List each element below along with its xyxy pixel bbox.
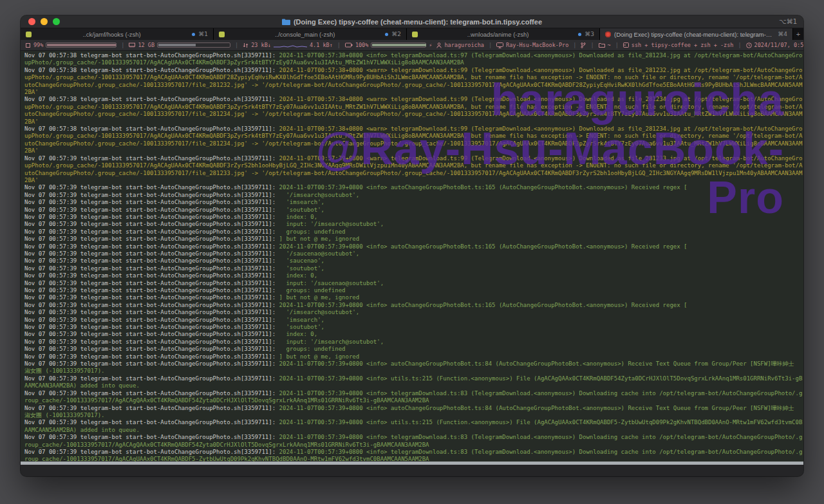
log-line: Nov 07 00:57:39 telegram-bot start-bot-A… — [24, 331, 800, 338]
log-line: utoChangeGroupPhoto/.group_cache/-100133… — [24, 140, 800, 147]
tab-jamf-hooks[interactable]: ..ck/jamf/hooks (-zsh) ⌘1 — [21, 28, 214, 40]
window-shortcut: ⌥⌘1 — [779, 15, 797, 28]
host-value: Ray-Hsu-MacBook-Pro — [506, 40, 568, 50]
log-line: upPhoto/.group_cache/-1001333957017/AgAC… — [24, 104, 800, 111]
log-line: upPhoto/.group_cache/-1001333957017/AgAC… — [24, 59, 800, 66]
git-status — [581, 42, 586, 48]
folder-icon — [282, 19, 290, 25]
log-line: Nov 07 00:57:39 telegram-bot start-bot-A… — [24, 199, 800, 206]
zsh-icon — [26, 32, 32, 37]
traffic-lights — [21, 18, 60, 25]
log-line: Nov 07 00:57:39 telegram-bot start-bot-A… — [24, 390, 800, 397]
log-line: Nov 07 00:57:39 telegram-bot start-bot-A… — [24, 375, 800, 382]
log-line: Nov 07 00:57:39 telegram-bot start-bot-A… — [24, 294, 800, 301]
log-line: Nov 07 00:57:39 telegram-bot start-bot-A… — [24, 405, 800, 412]
log-line: Nov 07 00:57:39 telegram-bot start-bot-A… — [24, 243, 800, 250]
log-line: utoChangeGroupPhoto/.group_cache/-100133… — [24, 170, 800, 177]
clock-status: 2024/11/07, 0:57:39 — [746, 40, 803, 50]
log-line: Nov 07 00:57:38 telegram-bot start-bot-A… — [24, 67, 800, 74]
tab-console-main[interactable]: ../console_main (-zsh) ⌘2 — [214, 28, 407, 40]
battery-value: 100% — [355, 40, 368, 50]
log-line: Nov 07 00:57:39 telegram-bot start-bot-A… — [24, 236, 800, 243]
log-line: Nov 07 00:57:39 telegram-bot start-bot-A… — [24, 155, 800, 162]
log-line: Nov 07 00:57:39 telegram-bot start-bot-A… — [24, 280, 800, 287]
session-value: ssh + tipsy-coffee + zsh + -zsh — [632, 40, 734, 50]
log-line: 2BA' — [24, 147, 800, 154]
log-line: 2BA' — [24, 118, 800, 126]
new-tab-button[interactable]: + — [793, 28, 803, 40]
user-icon — [436, 42, 442, 48]
log-line: Nov 07 00:57:39 telegram-bot start-bot-A… — [24, 419, 800, 426]
log-line: roup_cache/-1001333957017/AgACAgQAAx0CT4… — [24, 442, 800, 449]
log-line: AAMCAAN5AAM2BA) added into queue. — [24, 427, 800, 434]
separator: | — [489, 40, 492, 50]
log-line: Nov 07 00:57:39 telegram-bot start-bot-A… — [24, 449, 800, 456]
log-line: AAMCAAN3AAM2BA) added into queue. — [24, 382, 800, 389]
network-icon — [243, 42, 248, 48]
cpu-bar-fill — [47, 44, 116, 46]
separator: | — [590, 40, 594, 50]
log-line: Nov 07 00:57:39 telegram-bot start-bot-A… — [24, 229, 800, 236]
log-line: roup_cache/-1001333957017/AgACAgQAAx0CT4… — [24, 397, 800, 404]
log-line: Nov 07 00:57:38 telegram-bot start-bot-A… — [24, 52, 800, 59]
minimize-button[interactable] — [41, 18, 48, 25]
log-line: upPhoto/.group_cache/-1001333957017/AgAC… — [24, 74, 800, 81]
log-line: Nov 07 00:57:39 telegram-bot start-bot-A… — [24, 257, 800, 265]
log-line: upPhoto/.group_cache/-1001333957017/AgAC… — [24, 162, 800, 169]
charging-bolt-icon: ⚡ — [429, 40, 432, 50]
window-title-area: (Doing Exec) tipsy-coffee (cheat-menu-cl… — [21, 15, 803, 28]
log-line: Nov 07 00:57:39 telegram-bot start-bot-A… — [24, 214, 800, 221]
user-status: haraguroicha — [436, 40, 483, 50]
tab-bar: ..ck/jamf/hooks (-zsh) ⌘1 ../console_mai… — [21, 28, 803, 40]
clock-value: 2024/11/07, 0:57:39 — [754, 40, 803, 50]
status-bar: 99% | 12 GB | 23 kB↓ 4.1 kB↑ | 100% ⚡ ha… — [21, 40, 803, 51]
tab-label: ..wnloads/anime (-zsh) — [421, 31, 575, 38]
log-line: utoChangeGroupPhoto/.group_cache/-100133… — [24, 82, 800, 89]
separator: | — [573, 40, 576, 50]
log-line: Nov 07 00:57:39 telegram-bot start-bot-A… — [24, 265, 800, 272]
status-bar-right: haraguroicha | Ray-Hsu-MacBook-Pro | | ~… — [436, 40, 803, 50]
zsh-icon — [219, 32, 225, 37]
log-line: 2BA' — [24, 177, 800, 184]
separator: | — [121, 40, 124, 50]
separator: | — [337, 40, 341, 50]
log-line: Nov 07 00:57:39 telegram-bot start-bot-A… — [24, 250, 800, 257]
display-icon — [496, 42, 503, 48]
log-line: 2BA' — [24, 89, 800, 96]
memory-status: 12 GB — [129, 40, 230, 50]
cpu-value: 99% — [33, 40, 43, 50]
directory-value: ~ — [608, 40, 611, 50]
clock-icon — [746, 42, 752, 48]
tab-label: (Doing Exec) tipsy-coffee (cheat-menu-cl… — [614, 31, 774, 38]
log-line: Nov 07 00:57:39 telegram-bot start-bot-A… — [24, 360, 800, 368]
tab-shortcut: ⌘2 — [391, 31, 401, 37]
battery-bar-fill — [372, 44, 426, 46]
tab-downloads-anime[interactable]: ..wnloads/anime (-zsh) ⌘3 — [407, 28, 600, 40]
session-status: ssh + tipsy-coffee + zsh + -zsh — [623, 40, 734, 50]
tab-shortcut: ⌘4 — [778, 31, 787, 37]
network-status: 23 kB↓ 4.1 kB↑ — [243, 40, 333, 50]
directory-status: ~ — [599, 40, 611, 50]
separator: | — [738, 40, 741, 50]
title-bar[interactable]: (Doing Exec) tipsy-coffee (cheat-menu-cl… — [21, 15, 803, 28]
terminal-log: Nov 07 00:57:38 telegram-bot start-bot-A… — [24, 52, 800, 462]
tab-tipsy-coffee-active[interactable]: (Doing Exec) tipsy-coffee (cheat-menu-cl… — [600, 28, 793, 40]
terminal-screen[interactable]: Nov 07 00:57:38 telegram-bot start-bot-A… — [21, 51, 803, 462]
log-line: Nov 07 00:57:39 telegram-bot start-bot-A… — [24, 324, 800, 331]
log-line: Nov 07 00:57:39 telegram-bot start-bot-A… — [24, 353, 800, 360]
git-branch-icon — [581, 42, 586, 48]
close-button[interactable] — [28, 18, 35, 25]
memory-bar — [157, 42, 230, 48]
log-line: Nov 07 00:57:39 telegram-bot start-bot-A… — [24, 434, 800, 441]
battery-icon — [345, 42, 353, 48]
log-line: Nov 07 00:57:39 telegram-bot start-bot-A… — [24, 207, 800, 214]
log-line: 淑女團 (-1001333957017). — [24, 368, 800, 375]
log-line: Nov 07 00:57:39 telegram-bot start-bot-A… — [24, 287, 800, 294]
zoom-button[interactable] — [53, 18, 60, 25]
log-line: Nov 07 00:57:39 telegram-bot start-bot-A… — [24, 272, 800, 279]
log-line: upPhoto/.group_cache/-1001333957017/AgAC… — [24, 133, 800, 140]
exec-status-icon — [605, 32, 611, 37]
log-line: roup_cache/-1001333957017/AgACAgUAAx0CT4… — [24, 456, 800, 462]
log-line: Nov 07 00:57:39 telegram-bot start-bot-A… — [24, 346, 800, 353]
prompt-icon — [623, 42, 629, 48]
